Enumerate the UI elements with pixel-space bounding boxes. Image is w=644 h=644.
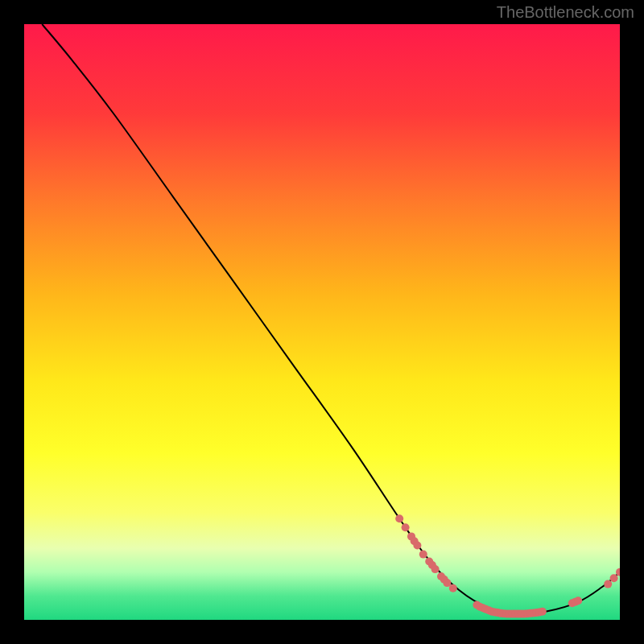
data-points-group (395, 514, 620, 617)
data-point (449, 584, 457, 592)
data-point (610, 574, 618, 582)
data-point (604, 580, 612, 588)
data-point (443, 579, 451, 587)
data-point (539, 608, 547, 616)
data-point (431, 565, 440, 573)
data-point (574, 597, 582, 605)
watermark-text: TheBottleneck.com (497, 3, 634, 22)
chart-curve-layer (24, 24, 620, 620)
data-point (419, 551, 427, 559)
data-point (413, 542, 421, 550)
bottleneck-curve (42, 24, 620, 614)
plot-area (24, 24, 620, 620)
data-point (402, 523, 410, 531)
data-point (395, 514, 403, 522)
